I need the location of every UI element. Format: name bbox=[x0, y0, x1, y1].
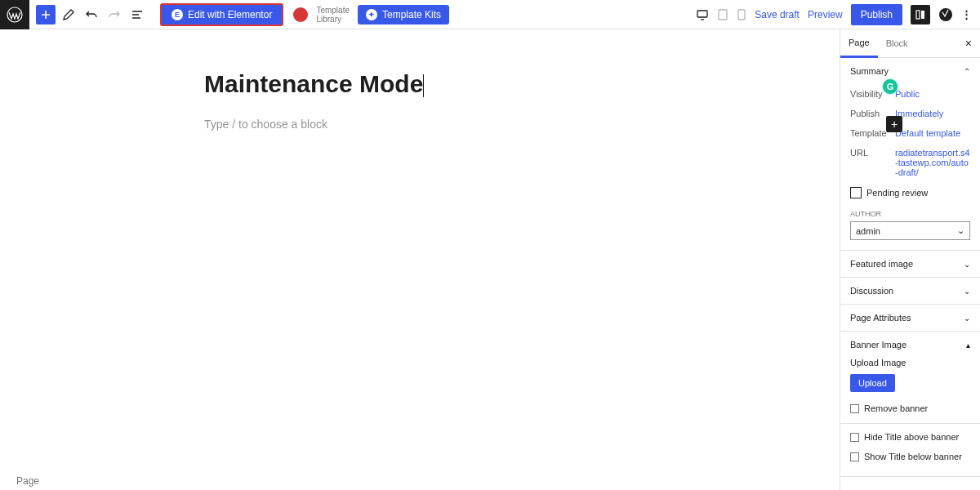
template-kits-button[interactable]: ✦ Template Kits bbox=[358, 5, 449, 24]
remove-banner-checkbox[interactable] bbox=[850, 404, 859, 413]
summary-label: Summary bbox=[850, 66, 889, 76]
close-sidebar-icon[interactable]: × bbox=[957, 37, 980, 50]
discussion-label: Discussion bbox=[850, 286, 893, 296]
settings-toggle-button[interactable] bbox=[911, 5, 930, 24]
author-heading: AUTHOR bbox=[850, 210, 970, 218]
tablet-view-icon[interactable] bbox=[717, 8, 728, 21]
text-cursor bbox=[423, 74, 424, 97]
edit-with-elementor-label: Edit with Elementor bbox=[188, 9, 272, 20]
page-attributes-label: Page Attributes bbox=[850, 313, 911, 323]
preview-button[interactable]: Preview bbox=[808, 9, 843, 20]
wordpress-logo[interactable] bbox=[0, 0, 29, 29]
outline-icon[interactable] bbox=[127, 5, 147, 24]
upload-image-label: Upload Image bbox=[850, 358, 970, 368]
add-block-button[interactable] bbox=[36, 5, 56, 24]
template-library-label-1: Template bbox=[316, 6, 350, 15]
template-library-label-2: Library bbox=[316, 15, 350, 24]
block-placeholder[interactable]: Type / to choose a block G + bbox=[204, 118, 662, 131]
author-value: admin bbox=[856, 226, 880, 236]
featured-image-label: Featured image bbox=[850, 259, 913, 269]
pending-review-checkbox[interactable] bbox=[850, 187, 862, 198]
chevron-down-icon: ⌄ bbox=[957, 225, 964, 236]
show-title-below-checkbox[interactable] bbox=[850, 452, 859, 461]
breadcrumb[interactable]: Page bbox=[16, 475, 39, 487]
undo-icon[interactable] bbox=[82, 5, 101, 24]
page-attributes-panel-header[interactable]: Page Attributes ⌄ bbox=[840, 305, 980, 331]
svg-rect-1 bbox=[697, 11, 707, 17]
tab-page[interactable]: Page bbox=[840, 29, 878, 58]
page-title-text: Maintenance Mode bbox=[204, 70, 423, 97]
yoast-icon[interactable] bbox=[938, 7, 953, 22]
page-title-input[interactable]: Maintenance Mode bbox=[204, 70, 662, 98]
svg-rect-3 bbox=[738, 10, 745, 20]
more-options-icon[interactable]: ⋮ bbox=[961, 8, 972, 20]
hide-title-above-checkbox[interactable] bbox=[850, 433, 859, 442]
chevron-down-icon: ⌄ bbox=[964, 287, 970, 296]
tab-block[interactable]: Block bbox=[878, 30, 916, 56]
mobile-view-icon[interactable] bbox=[737, 8, 746, 21]
block-placeholder-text: Type / to choose a block bbox=[204, 118, 327, 131]
svg-rect-2 bbox=[719, 10, 727, 20]
desktop-view-icon[interactable] bbox=[696, 8, 709, 21]
publish-button[interactable]: Publish bbox=[851, 4, 902, 25]
save-draft-button[interactable]: Save draft bbox=[755, 9, 800, 20]
url-value[interactable]: radiatetransport.s4-tastewp.com/auto-dra… bbox=[895, 148, 970, 177]
banner-image-panel-header[interactable]: Banner Image ▴ bbox=[840, 332, 980, 358]
banner-image-label: Banner Image bbox=[850, 340, 906, 350]
pending-review-label: Pending review bbox=[866, 188, 928, 198]
chevron-down-icon: ⌄ bbox=[964, 314, 970, 323]
template-kits-label: Template Kits bbox=[382, 9, 441, 20]
chevron-up-icon: ⌃ bbox=[964, 67, 970, 76]
elementor-icon: E bbox=[172, 9, 183, 20]
summary-panel-header[interactable]: Summary ⌃ bbox=[840, 58, 980, 84]
show-title-below-label: Show Title below banner bbox=[864, 452, 962, 461]
grammarly-icon[interactable]: G bbox=[882, 78, 898, 95]
template-library-button[interactable]: Template Library bbox=[316, 6, 350, 24]
envato-icon[interactable] bbox=[293, 7, 308, 22]
add-block-inline-button[interactable]: + bbox=[886, 116, 902, 132]
visibility-value[interactable]: Public bbox=[895, 89, 970, 99]
chevron-up-triangle-icon: ▴ bbox=[966, 341, 970, 350]
remove-banner-label: Remove banner bbox=[864, 403, 928, 413]
featured-image-panel-header[interactable]: Featured image ⌄ bbox=[840, 251, 980, 277]
url-label: URL bbox=[850, 148, 895, 158]
chevron-down-icon: ⌄ bbox=[964, 260, 970, 269]
edit-with-elementor-button[interactable]: E Edit with Elementor bbox=[160, 3, 283, 26]
redo-icon bbox=[105, 5, 124, 24]
publish-value[interactable]: Immediately bbox=[895, 109, 970, 118]
upload-button[interactable]: Upload bbox=[850, 374, 895, 392]
svg-rect-5 bbox=[921, 11, 924, 19]
svg-rect-4 bbox=[916, 11, 920, 19]
hide-title-above-label: Hide Title above banner bbox=[864, 432, 959, 442]
template-kits-icon: ✦ bbox=[366, 9, 377, 20]
author-select[interactable]: admin ⌄ bbox=[850, 221, 970, 240]
edit-icon[interactable] bbox=[59, 5, 78, 24]
discussion-panel-header[interactable]: Discussion ⌄ bbox=[840, 278, 980, 304]
template-value[interactable]: Default template bbox=[895, 128, 970, 138]
